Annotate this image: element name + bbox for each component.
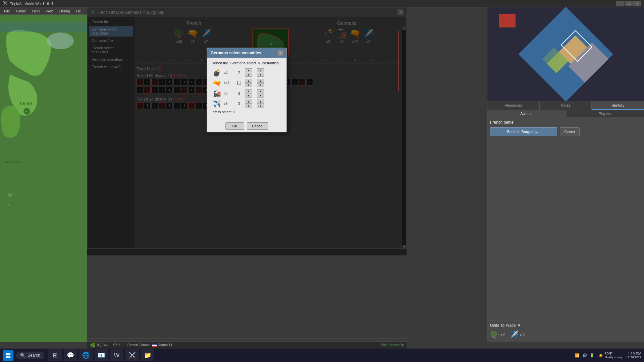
close-button[interactable]: ✕ bbox=[633, 1, 641, 6]
menu-game[interactable]: Game bbox=[13, 8, 29, 14]
artillery-increment[interactable]: ▲ bbox=[245, 68, 252, 72]
tab-notes[interactable]: Notes bbox=[540, 101, 592, 110]
modal-close-button[interactable]: ✕ bbox=[278, 50, 283, 56]
infantry-decrement[interactable]: ▼ bbox=[245, 83, 252, 87]
left-map-panel: Canada Washington 4 bbox=[0, 7, 87, 342]
cavalry-max[interactable]: ▲ bbox=[257, 89, 264, 93]
artillery-decrement[interactable]: ▼ bbox=[245, 73, 252, 77]
sub-tab-players[interactable]: Players bbox=[566, 110, 644, 117]
svg-point-1 bbox=[47, 33, 74, 49]
right-panel: Resources Notes Territory Actions Player… bbox=[487, 7, 644, 342]
battle-in-burgundy-button[interactable]: Battle in Burgundy... bbox=[490, 127, 557, 136]
chat-button[interactable]: 💬 bbox=[64, 349, 77, 361]
minimize-button[interactable]: ─ bbox=[616, 1, 624, 6]
units-to-place-label: Units To Place bbox=[490, 323, 516, 328]
cavalry-spinner[interactable]: ▲ ▼ bbox=[245, 89, 252, 98]
tab-territory[interactable]: Territory bbox=[592, 101, 644, 110]
center-button[interactable]: Center bbox=[560, 127, 580, 136]
plane-increment[interactable]: ▲ bbox=[245, 100, 252, 104]
casualty-infantry-icon: 🔫 bbox=[211, 79, 223, 87]
game-button[interactable]: ⚔️ bbox=[125, 349, 139, 361]
plane-decrement[interactable]: ▼ bbox=[245, 104, 252, 108]
infantry-spinner2[interactable]: ▲ ▼ bbox=[257, 79, 264, 87]
french-flag-icon bbox=[152, 344, 157, 347]
menu-web[interactable]: Web bbox=[43, 8, 56, 14]
actions-content: French battle Battle in Burgundy... Cent… bbox=[487, 117, 644, 320]
mail-button[interactable]: 📧 bbox=[95, 349, 108, 361]
modal-instruction-text: French fire, Germans select 16 casualtie… bbox=[211, 61, 283, 65]
sub-tab-actions[interactable]: Actions bbox=[487, 110, 566, 117]
svg-point-6 bbox=[7, 204, 9, 206]
combat-label: French Combat bbox=[127, 343, 151, 347]
infantry-min[interactable]: ▼ bbox=[257, 83, 264, 87]
plane-spinner[interactable]: ▲ ▼ bbox=[245, 100, 252, 108]
infantry-increment[interactable]: ▲ bbox=[245, 79, 252, 83]
browser-button[interactable]: 🌐 bbox=[79, 349, 93, 361]
weather-widget: ☀️ 30°F Mostly sunny bbox=[598, 352, 622, 359]
cancel-button[interactable]: Cancel bbox=[247, 122, 268, 130]
menu-debug[interactable]: Debug bbox=[57, 8, 73, 14]
word-button[interactable]: W bbox=[110, 349, 123, 361]
dice-server-status: Dice Server On bbox=[381, 343, 404, 347]
cavalry-min[interactable]: ▼ bbox=[257, 94, 264, 98]
maximize-button[interactable]: □ bbox=[625, 1, 633, 6]
taskbar-search[interactable]: 🔍 Search bbox=[16, 352, 44, 359]
casualty-row-plane: ✈️ x8 0 ▲ ▼ ▲ ▼ bbox=[211, 100, 283, 108]
weather-icon: ☀️ bbox=[598, 353, 603, 358]
mini-map bbox=[487, 7, 644, 101]
artillery-spinner[interactable]: ▲ ▼ bbox=[245, 68, 252, 77]
casualty-row-cavalry: 🚂 x3 3 ▲ ▼ ▲ ▼ bbox=[211, 89, 283, 98]
svg-point-5 bbox=[8, 193, 12, 197]
cavalry-decrement[interactable]: ▼ bbox=[245, 94, 252, 98]
casualty-infantry-qty: x47 bbox=[224, 81, 233, 85]
units-to-place-section: Units To Place ▼ 🪖 x 9 ✈️ x 2 bbox=[487, 320, 644, 342]
taskbar-app-icons: ⊞ 💬 🌐 📧 W ⚔️ 📁 bbox=[48, 349, 154, 361]
artillery-max[interactable]: ▲ bbox=[257, 68, 264, 72]
infantry-max[interactable]: ▲ bbox=[257, 79, 264, 83]
system-tray: 📶 🔊 🔋 bbox=[575, 353, 594, 358]
cavalry-increment[interactable]: ▲ bbox=[245, 89, 252, 93]
plane-spinner2[interactable]: ▲ ▼ bbox=[257, 100, 264, 108]
casualty-cavalry-qty: x3 bbox=[224, 92, 233, 95]
windows-icon bbox=[5, 353, 11, 358]
game-status-bar: 🌿 0 (+34) SZ 21 French Combat Round:11 D… bbox=[87, 341, 407, 349]
clock-time: 4:19 PM bbox=[626, 352, 641, 356]
weather-desc: Mostly sunny bbox=[604, 356, 622, 359]
right-tabs: Resources Notes Territory bbox=[487, 101, 644, 110]
taskview-button[interactable]: ⊞ bbox=[48, 349, 62, 361]
svg-rect-22 bbox=[8, 356, 10, 358]
place-plane-icon: ✈️ bbox=[509, 330, 519, 339]
svg-rect-19 bbox=[6, 353, 8, 355]
start-button[interactable] bbox=[3, 350, 13, 361]
casualty-infantry-count: 11 bbox=[234, 80, 244, 85]
dice-server-label: Dice Server On bbox=[381, 343, 404, 347]
volume-icon: 🔊 bbox=[582, 353, 587, 358]
plane-min[interactable]: ▼ bbox=[257, 104, 264, 108]
svg-rect-12 bbox=[499, 14, 516, 27]
artillery-min[interactable]: ▼ bbox=[257, 73, 264, 77]
artillery-spinner2[interactable]: ▲ ▼ bbox=[257, 68, 264, 77]
app-icon: ⚔️ bbox=[3, 1, 8, 6]
menu-file[interactable]: File bbox=[1, 8, 13, 14]
tab-resources[interactable]: Resources bbox=[487, 101, 540, 110]
casualty-row-infantry: 🔫 x47 11 ▲ ▼ ▲ ▼ bbox=[211, 79, 283, 87]
casualty-plane-icon: ✈️ bbox=[211, 100, 223, 108]
infantry-spinner[interactable]: ▲ ▼ bbox=[245, 79, 252, 87]
place-infantry-icon: 🪖 bbox=[490, 330, 499, 339]
svg-text:Canada: Canada bbox=[20, 102, 33, 105]
units-to-place-arrow-icon: ▼ bbox=[517, 323, 521, 328]
menu-help[interactable]: Help bbox=[30, 8, 43, 14]
svg-rect-2 bbox=[0, 22, 87, 32]
files-button[interactable]: 📁 bbox=[141, 349, 154, 361]
cavalry-spinner2[interactable]: ▲ ▼ bbox=[257, 89, 264, 98]
territory-value: SZ 21 bbox=[113, 343, 122, 347]
menu-he[interactable]: He bbox=[73, 8, 84, 14]
plane-max[interactable]: ▲ bbox=[257, 100, 264, 104]
round-label: Round:11 bbox=[158, 343, 172, 347]
casualty-cavalry-icon: 🚂 bbox=[211, 89, 223, 98]
casualty-cavalry-count: 3 bbox=[234, 91, 244, 96]
place-plane-count: x 2 bbox=[520, 333, 525, 337]
left-to-select-text: Left to select:0 bbox=[211, 110, 283, 114]
ok-button[interactable]: Ok bbox=[225, 122, 244, 130]
units-place-row: 🪖 x 9 ✈️ x 2 bbox=[490, 330, 641, 339]
